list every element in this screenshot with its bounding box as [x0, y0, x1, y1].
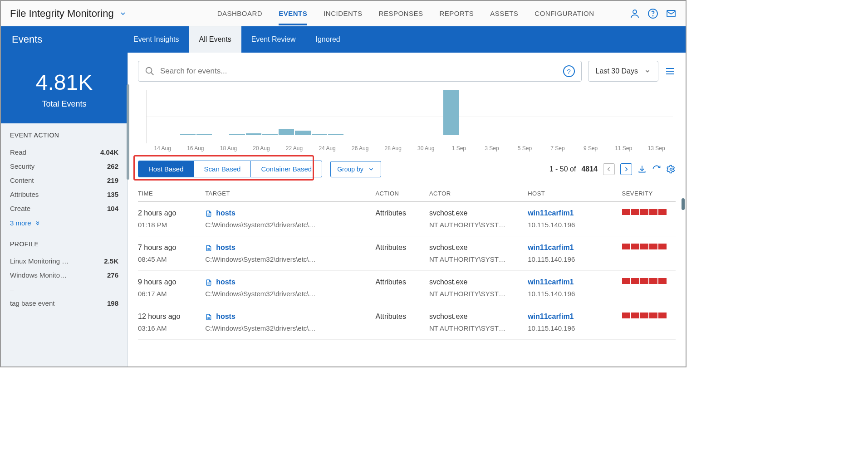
time-absolute: 03:16 AM	[138, 324, 205, 332]
facet-count: 135	[107, 190, 118, 198]
host-name-link[interactable]: win11carfim1	[528, 278, 574, 286]
chart-bar	[180, 134, 196, 135]
time-relative: 12 hours ago	[138, 313, 205, 321]
column-header-target[interactable]: TARGET	[205, 190, 375, 197]
subtab-ignored[interactable]: Ignored	[305, 26, 350, 53]
svg-point-0	[633, 10, 637, 14]
segment-container-based[interactable]: Container Based	[251, 161, 322, 177]
double-chevron-down-icon	[35, 220, 40, 226]
facet-row[interactable]: Create104	[10, 201, 118, 215]
file-icon	[205, 279, 212, 286]
topnav-item-configuration[interactable]: CONFIGURATION	[535, 1, 594, 25]
facet-row[interactable]: tag base event198	[10, 296, 118, 310]
facet-row[interactable]: Security262	[10, 159, 118, 173]
facet-label: Linux Monitoring …	[10, 257, 69, 265]
host-ip: 10.115.140.196	[528, 221, 622, 229]
svg-line-5	[151, 73, 154, 75]
x-tick: 30 Aug	[410, 145, 443, 151]
facet-row[interactable]: Linux Monitoring …2.5K	[10, 254, 118, 268]
events-table: TIMETARGETACTIONACTORHOSTSEVERITY 2 hour…	[128, 186, 686, 366]
subtab-event-insights[interactable]: Event Insights	[123, 26, 189, 53]
stat-value: 4.81K	[5, 70, 123, 95]
topnav-item-events[interactable]: EVENTS	[279, 1, 307, 25]
facet-label: Content	[10, 176, 34, 184]
chart-bar	[295, 131, 310, 135]
topnav-item-responses[interactable]: RESPONSES	[379, 1, 423, 25]
facet-count: 219	[107, 176, 118, 184]
host-name-link[interactable]: win11carfim1	[528, 244, 574, 251]
mail-icon[interactable]	[666, 8, 677, 19]
target-path: C:\Windows\System32\drivers\etc\…	[205, 221, 375, 229]
pager-next-button[interactable]	[620, 163, 632, 175]
severity-indicator	[622, 313, 676, 318]
pager-prev-button[interactable]	[603, 163, 615, 175]
host-name-link[interactable]: win11carfim1	[528, 313, 574, 320]
x-tick: 14 Aug	[146, 145, 179, 151]
app-switcher[interactable]: File Integrity Monitoring	[10, 8, 127, 20]
search-box[interactable]: ?	[138, 61, 582, 82]
facet-label: Attributes	[10, 190, 39, 198]
facet-count: 276	[107, 271, 118, 279]
chart-bar	[246, 133, 261, 135]
host-name-link[interactable]: win11carfim1	[528, 209, 574, 217]
help-icon[interactable]	[647, 8, 658, 19]
topbar: File Integrity Monitoring DASHBOARDEVENT…	[1, 1, 686, 26]
facet-more-link[interactable]: 3 more	[10, 215, 118, 230]
facet-profile: PROFILE Linux Monitoring …2.5KWindows Mo…	[1, 232, 128, 312]
chart-bar	[312, 134, 327, 135]
table-row[interactable]: 12 hours ago03:16 AMhostsC:\Windows\Syst…	[138, 305, 676, 340]
topnav-item-incidents[interactable]: INCIDENTS	[324, 1, 362, 25]
search-input[interactable]	[160, 67, 563, 76]
group-by-label: Group by	[337, 166, 363, 173]
date-range-picker[interactable]: Last 30 Days	[588, 61, 658, 82]
topnav-item-assets[interactable]: ASSETS	[490, 1, 518, 25]
facet-count: 198	[107, 299, 118, 307]
column-header-severity[interactable]: SEVERITY	[622, 190, 676, 197]
topbar-actions	[629, 8, 677, 19]
column-header-host[interactable]: HOST	[528, 190, 622, 197]
actor-user: NT AUTHORITY\SYST…	[429, 255, 528, 263]
target-name-link[interactable]: hosts	[216, 278, 235, 286]
time-absolute: 06:17 AM	[138, 290, 205, 298]
table-row[interactable]: 9 hours ago06:17 AMhostsC:\Windows\Syste…	[138, 271, 676, 305]
settings-icon[interactable]	[667, 165, 676, 174]
table-row[interactable]: 7 hours ago08:45 AMhostsC:\Windows\Syste…	[138, 236, 676, 271]
facet-title: EVENT ACTION	[10, 132, 118, 139]
facet-row[interactable]: Windows Monito…276	[10, 268, 118, 282]
topnav-item-reports[interactable]: REPORTS	[439, 1, 474, 25]
file-icon	[205, 244, 212, 252]
download-icon[interactable]	[638, 165, 647, 174]
page-title: Events	[1, 26, 123, 53]
topnav-item-dashboard[interactable]: DASHBOARD	[217, 1, 263, 25]
facet-row[interactable]: Content219	[10, 173, 118, 187]
segment-host-based[interactable]: Host Based	[138, 161, 194, 177]
subtab-event-review[interactable]: Event Review	[241, 26, 306, 53]
subtab-all-events[interactable]: All Events	[189, 26, 241, 53]
chart-bar	[328, 134, 343, 135]
menu-icon[interactable]	[665, 66, 676, 77]
target-name-link[interactable]: hosts	[216, 313, 235, 320]
segment-scan-based[interactable]: Scan Based	[194, 161, 251, 177]
user-icon[interactable]	[629, 8, 640, 19]
column-header-actor[interactable]: ACTOR	[429, 190, 528, 197]
search-help-icon[interactable]: ?	[563, 65, 575, 77]
refresh-icon[interactable]	[652, 165, 661, 174]
facet-row[interactable]: –	[10, 282, 118, 296]
column-header-time[interactable]: TIME	[138, 190, 205, 197]
chevron-down-icon	[368, 166, 374, 172]
target-name-link[interactable]: hosts	[216, 209, 235, 217]
facet-label: Read	[10, 148, 26, 156]
table-row[interactable]: 2 hours ago01:18 PMhostsC:\Windows\Syste…	[138, 202, 676, 236]
facet-row[interactable]: Read4.04K	[10, 145, 118, 159]
group-by-dropdown[interactable]: Group by	[330, 161, 381, 177]
action-value: Attributes	[375, 209, 429, 217]
facet-row[interactable]: Attributes135	[10, 187, 118, 201]
time-relative: 9 hours ago	[138, 278, 205, 286]
app-title-text: File Integrity Monitoring	[10, 8, 114, 20]
facet-count: 2.5K	[104, 257, 118, 265]
column-header-action[interactable]: ACTION	[375, 190, 429, 197]
action-value: Attributes	[375, 278, 429, 286]
facet-title: PROFILE	[10, 240, 118, 248]
target-name-link[interactable]: hosts	[216, 244, 235, 251]
svg-point-4	[146, 68, 152, 73]
